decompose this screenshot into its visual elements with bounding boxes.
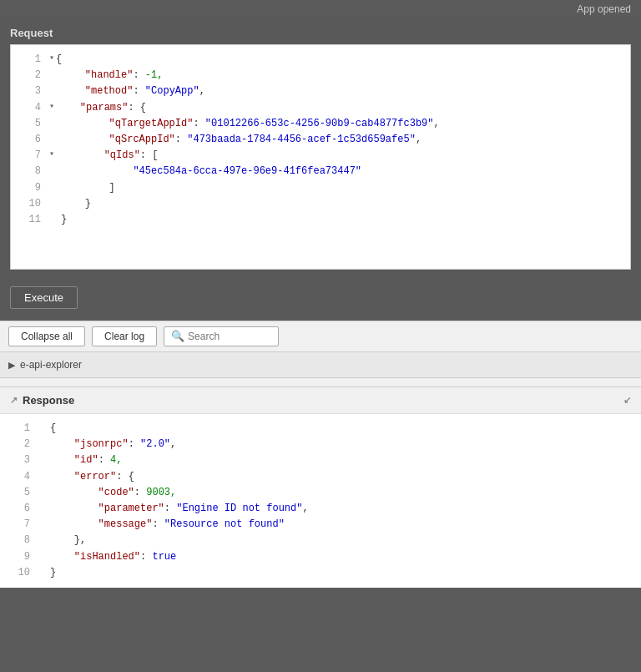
collapse-corner-icon-right[interactable]: ↙ bbox=[623, 395, 631, 406]
token-punct: , bbox=[199, 85, 205, 97]
token-key: "isHandled" bbox=[74, 551, 140, 563]
arrow-spacer bbox=[49, 116, 61, 132]
token-punct bbox=[61, 69, 85, 81]
token-punct bbox=[61, 165, 133, 177]
line-number: 9 bbox=[18, 180, 41, 196]
code-line: 10} bbox=[0, 565, 641, 581]
token-str: "CopyApp" bbox=[145, 85, 199, 97]
token-punct: : bbox=[129, 438, 140, 450]
arrow-spacer bbox=[49, 196, 61, 212]
line-number: 5 bbox=[18, 116, 41, 132]
log-entry-bar[interactable]: ▶ e-api-explorer bbox=[0, 352, 641, 378]
request-label: Request bbox=[10, 27, 631, 39]
arrow-spacer bbox=[49, 68, 61, 83]
request-code-editor[interactable]: 1▾ {2 "handle": -1,3 "method": "CopyApp"… bbox=[10, 44, 631, 270]
toggle-arrow[interactable]: ▾ bbox=[49, 100, 54, 116]
token-str: "01012266-653c-4256-90b9-cab4877fc3b9" bbox=[205, 118, 434, 129]
log-section: ▶ e-api-explorer bbox=[0, 352, 641, 378]
line-content: "message": "Resource not found" bbox=[50, 517, 285, 533]
token-key: "handle" bbox=[85, 69, 134, 81]
token-str: "473baada-1784-4456-acef-1c53d659afe5" bbox=[187, 134, 416, 145]
expand-icon: ▶ bbox=[8, 360, 15, 371]
line-number: 1 bbox=[7, 421, 30, 437]
line-content: "id": 4, bbox=[50, 452, 122, 468]
token-punct bbox=[50, 487, 98, 498]
token-punct: , bbox=[416, 134, 421, 145]
execute-button[interactable]: Execute bbox=[10, 286, 78, 309]
code-line: 8 }, bbox=[0, 533, 641, 548]
line-content: "isHandled": true bbox=[50, 549, 176, 565]
token-punct: } bbox=[61, 214, 67, 225]
line-content: "method": "CopyApp", bbox=[61, 83, 205, 99]
arrow-spacer bbox=[49, 180, 61, 196]
token-punct bbox=[50, 534, 74, 546]
token-punct: : bbox=[98, 454, 110, 466]
token-key: "qSrcAppId" bbox=[109, 134, 175, 145]
log-entry-text: e-api-explorer bbox=[20, 359, 82, 371]
code-line: 5 "code": 9003, bbox=[0, 485, 641, 501]
spacer bbox=[0, 378, 641, 387]
search-icon: 🔍 bbox=[171, 330, 184, 343]
token-str: "Resource not found" bbox=[164, 518, 285, 530]
code-line: 3 "id": 4, bbox=[0, 452, 641, 468]
arrow-spacer bbox=[38, 533, 50, 548]
line-content: { bbox=[56, 52, 62, 68]
execute-bar: Execute bbox=[0, 280, 641, 321]
code-line: 7 "message": "Resource not found" bbox=[0, 517, 641, 533]
response-header: ↗ Response ↙ bbox=[0, 387, 641, 414]
arrow-spacer bbox=[38, 437, 50, 452]
line-number: 4 bbox=[18, 100, 41, 116]
toggle-arrow[interactable]: ▾ bbox=[49, 52, 54, 68]
line-content: "45ec584a-6cca-497e-96e9-41f6fea73447" bbox=[61, 164, 361, 179]
toggle-arrow[interactable]: ▾ bbox=[49, 148, 54, 164]
line-number: 10 bbox=[7, 565, 30, 581]
line-content: "qTargetAppId": "01012266-653c-4256-90b9… bbox=[61, 116, 440, 132]
token-punct: }, bbox=[74, 534, 86, 546]
line-number: 11 bbox=[18, 212, 41, 228]
code-line: 6 "qSrcAppId": "473baada-1784-4456-acef-… bbox=[11, 132, 630, 148]
arrow-spacer bbox=[38, 469, 50, 485]
line-content: } bbox=[61, 212, 67, 228]
token-punct: : [ bbox=[140, 149, 159, 161]
line-content: "code": 9003, bbox=[50, 485, 176, 501]
token-key: "method" bbox=[85, 85, 134, 97]
token-punct bbox=[50, 438, 74, 450]
token-key: "jsonrpc" bbox=[74, 438, 129, 450]
arrow-spacer bbox=[49, 212, 61, 228]
line-number: 9 bbox=[7, 549, 30, 565]
token-key: "qTargetAppId" bbox=[109, 118, 194, 129]
clear-log-button[interactable]: Clear log bbox=[92, 326, 157, 346]
code-line: 3 "method": "CopyApp", bbox=[11, 83, 630, 99]
code-line: 10 } bbox=[11, 196, 630, 212]
token-key: "id" bbox=[74, 454, 98, 466]
token-punct bbox=[50, 471, 74, 483]
token-punct bbox=[61, 134, 109, 145]
line-number: 3 bbox=[18, 83, 41, 99]
line-number: 7 bbox=[7, 517, 30, 533]
response-code-editor: 1{2 "jsonrpc": "2.0",3 "id": 4,4 "error"… bbox=[0, 414, 641, 588]
code-line: 5 "qTargetAppId": "01012266-653c-4256-90… bbox=[11, 116, 630, 132]
code-line: 6 "parameter": "Engine ID not found", bbox=[0, 501, 641, 517]
response-section: ↗ Response ↙ 1{2 "jsonrpc": "2.0",3 "id"… bbox=[0, 387, 641, 588]
token-punct: ] bbox=[109, 182, 115, 194]
token-punct bbox=[50, 518, 98, 530]
line-number: 2 bbox=[18, 68, 41, 83]
code-line: 4▾ "params": { bbox=[11, 100, 630, 116]
line-number: 8 bbox=[7, 533, 30, 548]
token-punct bbox=[61, 118, 109, 129]
token-punct bbox=[50, 454, 74, 466]
line-number: 1 bbox=[18, 52, 41, 68]
collapse-all-button[interactable]: Collapse all bbox=[8, 326, 85, 346]
token-key: "error" bbox=[74, 471, 116, 483]
code-line: 1{ bbox=[0, 421, 641, 437]
arrow-spacer bbox=[38, 485, 50, 501]
arrow-spacer bbox=[49, 83, 61, 99]
token-punct bbox=[61, 182, 109, 194]
code-line: 4 "error": { bbox=[0, 469, 641, 485]
line-number: 3 bbox=[7, 452, 30, 468]
token-punct: { bbox=[50, 422, 56, 434]
expand-corner-icon-left[interactable]: ↗ bbox=[10, 395, 18, 406]
token-key: "parameter" bbox=[98, 503, 164, 514]
token-str: "45ec584a-6cca-497e-96e9-41f6fea73447" bbox=[133, 165, 361, 177]
search-input[interactable] bbox=[188, 331, 271, 342]
